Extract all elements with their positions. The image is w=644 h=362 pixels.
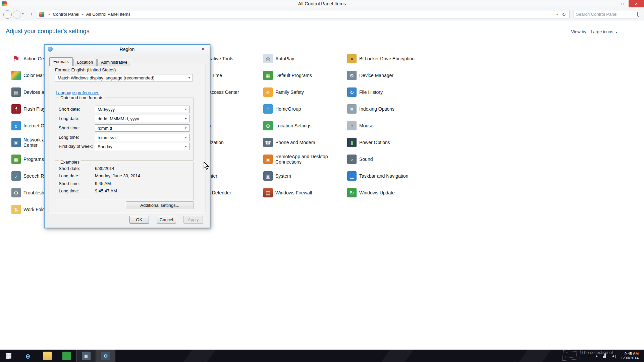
wallpaper-streak <box>381 350 414 362</box>
taskbar-internet-explorer[interactable]: e <box>18 350 38 362</box>
cp-item-label: Device Manager <box>359 73 393 78</box>
taskbar-store[interactable] <box>57 350 76 362</box>
example-short-date-label: Short date: <box>59 166 80 171</box>
ok-button[interactable]: OK <box>129 216 149 224</box>
apply-button[interactable]: Apply <box>183 216 203 224</box>
remoteapp-and-desktop-connections-icon: ▣ <box>263 155 273 164</box>
cp-item-label: Windows Firewall <box>275 190 312 195</box>
cp-item-homegroup[interactable]: ⌂HomeGroup <box>263 103 301 115</box>
color-management-icon <box>11 71 21 80</box>
long-date-select[interactable]: dddd, MMMM d, yyyy ▼ <box>95 115 190 122</box>
short-time-value: h:mm tt <box>98 126 112 131</box>
first-day-select[interactable]: Sunday ▼ <box>95 143 190 150</box>
start-button[interactable] <box>0 350 17 362</box>
cp-item-indexing-options[interactable]: ≡Indexing Options <box>347 103 394 115</box>
cp-item-default-programs[interactable]: ▦Default Programs <box>263 70 312 81</box>
file-history-icon: ↻ <box>347 87 357 97</box>
tab-formats[interactable]: Formats <box>49 57 73 66</box>
examples-group: Examples Short date: 6/30/2014 Long date… <box>55 162 194 200</box>
windows-update-icon: ↻ <box>347 188 357 197</box>
cp-item-windows-update[interactable]: ↻Windows Update <box>347 187 395 198</box>
wallpaper-streak <box>519 350 551 362</box>
cp-item-label: Windows Update <box>359 190 395 195</box>
cp-item-label: RemoteApp and Desktop Connections <box>275 154 328 165</box>
mouse-cursor <box>203 162 210 170</box>
cp-item-windows-firewall[interactable]: ▤Windows Firewall <box>263 187 312 198</box>
chevron-down-icon: ▼ <box>183 106 189 112</box>
cp-item-bitlocker-drive-encryption[interactable]: ●BitLocker Drive Encryption <box>347 53 415 64</box>
clock[interactable]: 9:45 AM 6/30/2014 <box>622 352 639 360</box>
first-day-value: Sunday <box>98 144 112 149</box>
language-preferences-link[interactable]: Language preferences <box>56 90 99 95</box>
format-select-value: Match Windows display language (recommen… <box>58 75 154 80</box>
cancel-button[interactable]: Cancel <box>157 216 176 224</box>
cp-item-label: Indexing Options <box>359 106 394 112</box>
cp-item-label: Family Safety <box>275 89 304 95</box>
indexing-options-icon: ≡ <box>347 104 357 114</box>
cp-item-mouse[interactable]: ○Mouse <box>347 120 373 131</box>
formats-tab-page: Format: English (United States) Match Wi… <box>49 64 206 213</box>
desktop-app-icon: ▣ <box>82 352 91 360</box>
watermark-sketch <box>562 348 581 361</box>
short-date-select[interactable]: M/d/yyyy ▼ <box>95 106 190 113</box>
cp-item-autoplay[interactable]: ◎AutoPlay <box>263 53 294 64</box>
long-date-value: dddd, MMMM d, yyyy <box>98 116 139 121</box>
date-time-formats-legend: Date and time formats <box>59 95 105 100</box>
short-date-value: M/d/yyyy <box>98 107 115 112</box>
cp-item-sound[interactable]: ♪Sound <box>347 154 373 165</box>
chevron-down-icon: ▼ <box>186 75 192 81</box>
file-explorer-icon <box>43 352 52 360</box>
chevron-down-icon: ▼ <box>183 143 189 149</box>
example-long-date-label: Long date: <box>59 173 79 178</box>
cp-item-device-manager[interactable]: ⚙Device Manager <box>347 70 393 81</box>
short-time-label: Short time: <box>59 125 80 130</box>
short-time-select[interactable]: h:mm tt ▼ <box>95 124 190 132</box>
cp-item-phone-and-modem[interactable]: ☎Phone and Modem <box>263 137 315 148</box>
flash-player-32-bit-icon: f <box>11 104 21 114</box>
cp-item-remoteapp-and-desktop-connections[interactable]: ▣RemoteApp and Desktop Connections <box>263 154 328 165</box>
dialog-close-button[interactable]: ✕ <box>198 46 208 52</box>
cp-item-label: Sound <box>359 157 373 162</box>
long-time-label: Long time: <box>59 135 79 140</box>
tab-location[interactable]: Location <box>73 59 97 66</box>
first-day-label: First day of week: <box>59 144 93 149</box>
example-long-time-label: Long time: <box>59 188 79 193</box>
taskbar-desktop-app[interactable]: ▣ <box>76 350 96 362</box>
cp-item-label: AutoPlay <box>275 56 294 61</box>
taskbar-file-explorer[interactable] <box>38 350 57 362</box>
default-programs-icon: ▦ <box>263 71 273 80</box>
example-short-time-value: 9:45 AM <box>95 181 111 186</box>
cp-item-label: Default Programs <box>275 73 312 78</box>
long-time-select[interactable]: h:mm:ss tt ▼ <box>95 134 190 141</box>
action-center-icon: ⚑ <box>11 54 21 63</box>
tab-administrative[interactable]: Administrative <box>97 59 131 66</box>
family-safety-icon: ☺ <box>263 87 273 97</box>
cp-item-taskbar-and-navigation[interactable]: ▂Taskbar and Navigation <box>347 170 408 182</box>
windows-logo-icon <box>6 353 11 359</box>
bitlocker-drive-encryption-icon: ● <box>347 54 357 63</box>
programs-and-features-icon: ▦ <box>11 155 21 164</box>
long-time-value: h:mm:ss tt <box>98 135 118 140</box>
cp-item-location-settings[interactable]: ⊕Location Settings <box>263 120 311 131</box>
taskbar-control-panel[interactable]: ⚙ <box>96 350 115 362</box>
format-select[interactable]: Match Windows display language (recommen… <box>55 74 193 81</box>
cp-item-family-safety[interactable]: ☺Family Safety <box>263 86 304 98</box>
example-long-date-value: Monday, June 30, 2014 <box>95 173 140 178</box>
cp-item-label: File History <box>359 89 383 95</box>
internet-options-icon: e <box>11 121 21 130</box>
work-folders-icon: ⇅ <box>11 205 21 214</box>
additional-settings-button[interactable]: Additional settings... <box>126 201 194 209</box>
cp-item-label: Mouse <box>359 123 373 128</box>
devices-and-printers-icon: ▤ <box>11 87 21 97</box>
store-icon <box>62 352 71 360</box>
cp-item-system[interactable]: ▣System <box>263 170 291 182</box>
dialog-title: Region <box>45 45 210 54</box>
device-manager-icon: ⚙ <box>347 71 357 80</box>
mouse-icon: ○ <box>347 121 357 130</box>
phone-and-modem-icon: ☎ <box>263 138 273 147</box>
cp-item-label: Location Settings <box>275 123 311 128</box>
cp-item-power-options[interactable]: ▮Power Options <box>347 137 390 148</box>
long-date-label: Long date: <box>59 116 79 121</box>
cp-item-file-history[interactable]: ↻File History <box>347 86 383 98</box>
system-icon: ▣ <box>263 171 273 181</box>
